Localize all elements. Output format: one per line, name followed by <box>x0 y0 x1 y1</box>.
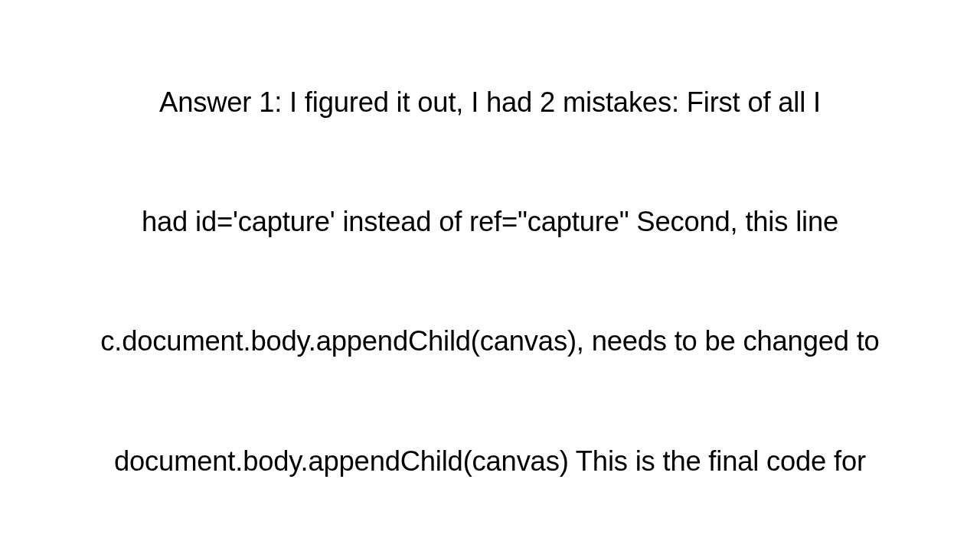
text-line: had id='capture' instead of ref="capture… <box>100 202 879 242</box>
text-line: Answer 1: I figured it out, I had 2 mist… <box>100 83 879 122</box>
text-line: document.body.appendChild(canvas) This i… <box>100 442 879 481</box>
answer-text: Answer 1: I figured it out, I had 2 mist… <box>100 3 879 551</box>
content-area: Answer 1: I figured it out, I had 2 mist… <box>0 0 980 551</box>
text-line: c.document.body.appendChild(canvas), nee… <box>100 321 879 361</box>
